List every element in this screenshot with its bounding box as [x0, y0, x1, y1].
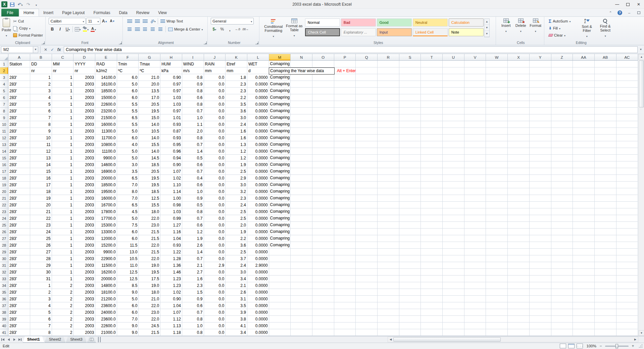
align-right-button[interactable]: [142, 26, 149, 33]
font-family-select[interactable]: Calibri: [49, 18, 86, 24]
cell-Z38[interactable]: [551, 309, 573, 316]
cell-F39[interactable]: 7.0: [117, 316, 139, 322]
cell-Z1[interactable]: [551, 61, 573, 67]
cell-P7[interactable]: [334, 101, 356, 108]
cut-button[interactable]: ✂Cut: [12, 18, 44, 24]
cell-L2[interactable]: d: [247, 67, 269, 74]
cell-J35[interactable]: 0.0: [204, 289, 226, 296]
cell-F31[interactable]: 11.0: [117, 262, 139, 269]
cell-O33[interactable]: [312, 276, 334, 282]
cell-Y16[interactable]: [530, 161, 551, 168]
cell-E29[interactable]: 9900.0: [95, 249, 117, 255]
cell-Q34[interactable]: [356, 282, 378, 289]
cell-P25[interactable]: [334, 222, 356, 229]
cell-R24[interactable]: [378, 215, 399, 222]
cell-Z12[interactable]: [551, 135, 573, 141]
cell-AC10[interactable]: [616, 121, 638, 128]
cell-E7[interactable]: 22600.0: [95, 101, 117, 108]
cell-B3[interactable]: 1: [30, 74, 52, 81]
cell-K3[interactable]: 1.8: [226, 74, 247, 81]
cell-I33[interactable]: 1.6: [182, 276, 204, 282]
cell-G32[interactable]: 19.5: [139, 269, 160, 276]
cell-O11[interactable]: [312, 128, 334, 135]
cell-Y27[interactable]: [530, 235, 551, 242]
cell-E39[interactable]: 23600.0: [95, 316, 117, 322]
cell-C12[interactable]: 1: [52, 135, 74, 141]
cell-P33[interactable]: [334, 276, 356, 282]
cell-X20[interactable]: [508, 188, 530, 195]
cell-J22[interactable]: 0.0: [204, 202, 226, 208]
cell-L37[interactable]: 0.0000: [247, 302, 269, 309]
cell-K40[interactable]: 4.1: [226, 322, 247, 329]
cell-S14[interactable]: [399, 148, 421, 155]
cell-J31[interactable]: 2.9: [204, 262, 226, 269]
cell-J38[interactable]: 0.0: [204, 309, 226, 316]
cell-Y28[interactable]: [530, 242, 551, 249]
cell-M15[interactable]: Comapring the Year wise data: [269, 155, 291, 161]
cell-O30[interactable]: [312, 255, 334, 262]
cell-J15[interactable]: 0.0: [204, 155, 226, 161]
cell-S2[interactable]: [399, 67, 421, 74]
cell-X21[interactable]: [508, 195, 530, 202]
cell-AA33[interactable]: [573, 276, 595, 282]
cell-X28[interactable]: [508, 242, 530, 249]
zoom-slider[interactable]: [605, 346, 629, 347]
cell-F11[interactable]: 5.0: [117, 128, 139, 135]
cell-B4[interactable]: 2: [30, 81, 52, 88]
cell-A35[interactable]: 283': [8, 289, 30, 296]
cell-Q30[interactable]: [356, 255, 378, 262]
cell-F20[interactable]: 8.0: [117, 188, 139, 195]
paste-button[interactable]: Paste: [2, 18, 11, 39]
cell-R5[interactable]: [378, 88, 399, 94]
cell-T36[interactable]: [421, 296, 443, 302]
cell-M16[interactable]: Comapring the Year wise data: [269, 161, 291, 168]
cell-E20[interactable]: 19500.0: [95, 188, 117, 195]
cell-F4[interactable]: 5.0: [117, 81, 139, 88]
cell-S28[interactable]: [399, 242, 421, 249]
cell-S38[interactable]: [399, 309, 421, 316]
cell-J8[interactable]: 0.0: [204, 108, 226, 114]
cell-R25[interactable]: [378, 222, 399, 229]
cell-G17[interactable]: 20.5: [139, 168, 160, 175]
cell-J40[interactable]: 0.0: [204, 322, 226, 329]
cell-style-linked-cell[interactable]: Linked Cell: [413, 28, 448, 36]
cell-T4[interactable]: [421, 81, 443, 88]
cell-B34[interactable]: 1: [30, 282, 52, 289]
cell-X16[interactable]: [508, 161, 530, 168]
row-header-21[interactable]: 21: [0, 195, 8, 202]
cell-H25[interactable]: 1.27: [160, 222, 182, 229]
cell-AA30[interactable]: [573, 255, 595, 262]
cell-D12[interactable]: 2003: [73, 135, 95, 141]
cell-B13[interactable]: 11: [30, 141, 52, 148]
cell-S9[interactable]: [399, 114, 421, 121]
cell-M19[interactable]: Comapring the Year wise data: [269, 182, 291, 188]
cell-S37[interactable]: [399, 302, 421, 309]
cell-AA40[interactable]: [573, 322, 595, 329]
cell-R40[interactable]: [378, 322, 399, 329]
cell-X29[interactable]: [508, 249, 530, 255]
cell-F18[interactable]: 6.5: [117, 175, 139, 182]
cell-Z31[interactable]: [551, 262, 573, 269]
cell-editor[interactable]: Comapring the Year wise data: [269, 67, 335, 74]
cell-G13[interactable]: 15.5: [139, 141, 160, 148]
row-header-30[interactable]: 30: [0, 255, 8, 262]
cell-N14[interactable]: [291, 148, 312, 155]
gallery-more-button[interactable]: ▼: [485, 31, 489, 37]
cell-I20[interactable]: 1.0: [182, 188, 204, 195]
cell-M25[interactable]: Comapring the Year wise data: [269, 222, 291, 229]
cell-AC35[interactable]: [616, 289, 638, 296]
cell-AC36[interactable]: [616, 296, 638, 302]
align-center-button[interactable]: [134, 26, 141, 33]
cell-AB3[interactable]: [595, 74, 616, 81]
cell-AB39[interactable]: [595, 316, 616, 322]
cell-I4[interactable]: 0.9: [182, 81, 204, 88]
cell-AB5[interactable]: [595, 88, 616, 94]
cell-X14[interactable]: [508, 148, 530, 155]
cell-G10[interactable]: 14.0: [139, 121, 160, 128]
cell-I10[interactable]: 1.1: [182, 121, 204, 128]
italic-button[interactable]: I: [56, 26, 63, 33]
cell-H34[interactable]: 1.23: [160, 282, 182, 289]
cell-I15[interactable]: 0.5: [182, 155, 204, 161]
cell-Z34[interactable]: [551, 282, 573, 289]
cell-N18[interactable]: [291, 175, 312, 182]
